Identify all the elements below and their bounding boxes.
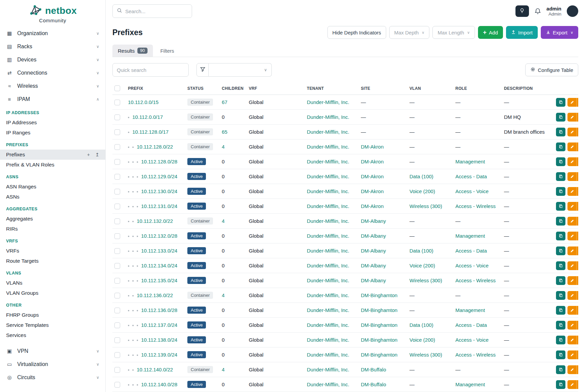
row-checkbox[interactable] xyxy=(114,100,120,105)
max-length-dropdown[interactable]: Max Length ∨ xyxy=(432,26,475,39)
copy-button[interactable] xyxy=(556,128,565,136)
vlan-link[interactable]: Wireless (300) xyxy=(409,203,442,209)
row-checkbox[interactable] xyxy=(114,204,120,209)
sidebar-item-vrfs[interactable]: VRFs xyxy=(0,246,105,256)
sidebar-item-service-templates[interactable]: Service Templates xyxy=(0,320,105,330)
tenant-link[interactable]: Dunder-Mifflin, Inc. xyxy=(307,218,349,224)
tenant-link[interactable]: Dunder-Mifflin, Inc. xyxy=(307,307,349,313)
col-vrf[interactable]: VRF xyxy=(246,82,304,95)
edit-button[interactable] xyxy=(567,350,577,359)
prefix-link[interactable]: 10.112.128.0/17 xyxy=(132,129,168,135)
tenant-link[interactable]: Dunder-Mifflin, Inc. xyxy=(307,352,349,358)
hide-depth-indicators-button[interactable]: Hide Depth Indicators xyxy=(327,26,386,39)
edit-button[interactable] xyxy=(567,276,577,285)
copy-button[interactable] xyxy=(556,202,565,211)
children-count-link[interactable]: 65 xyxy=(222,129,228,135)
copy-button[interactable] xyxy=(556,336,565,344)
copy-button[interactable] xyxy=(556,246,565,255)
edit-dropdown-button[interactable] xyxy=(577,187,578,196)
vlan-link[interactable]: Voice (200) xyxy=(409,337,435,343)
site-link[interactable]: DM-Albany xyxy=(361,218,386,224)
sidebar-item-vlan-groups[interactable]: VLAN Groups xyxy=(0,288,105,298)
sidebar-item-route-targets[interactable]: Route Targets xyxy=(0,256,105,266)
prefix-link[interactable]: 10.112.140.0/22 xyxy=(137,367,173,372)
prefix-link[interactable]: 10.112.138.0/24 xyxy=(141,337,177,343)
select-all-checkbox[interactable] xyxy=(114,85,120,91)
col-children[interactable]: CHILDREN xyxy=(219,82,246,95)
copy-button[interactable] xyxy=(556,113,565,122)
prefix-link[interactable]: 10.112.134.0/24 xyxy=(141,263,177,268)
edit-dropdown-button[interactable] xyxy=(577,232,578,240)
edit-button[interactable] xyxy=(567,172,577,181)
children-count-link[interactable]: 4 xyxy=(222,367,224,372)
tenant-link[interactable]: Dunder-Mifflin, Inc. xyxy=(307,292,349,298)
edit-button[interactable] xyxy=(567,291,577,300)
sidebar-item-services[interactable]: Services xyxy=(0,330,105,340)
role-link[interactable]: Access - Voice xyxy=(455,263,488,268)
edit-button[interactable] xyxy=(567,232,577,240)
site-link[interactable]: DM-Akron xyxy=(361,159,384,164)
vlan-link[interactable]: Voice (200) xyxy=(409,263,435,268)
sidebar-item-ip-addresses[interactable]: IP Addresses xyxy=(0,117,105,128)
site-link[interactable]: DM-Albany xyxy=(361,263,386,268)
edit-dropdown-button[interactable] xyxy=(577,276,578,285)
prefix-link[interactable]: 10.112.137.0/24 xyxy=(141,322,177,328)
edit-button[interactable] xyxy=(567,113,577,122)
edit-button[interactable] xyxy=(567,142,577,151)
tenant-link[interactable]: Dunder-Mifflin, Inc. xyxy=(307,203,349,209)
edit-button[interactable] xyxy=(567,321,577,330)
sidebar-group-racks[interactable]: ▤Racks∨ xyxy=(0,40,105,53)
tenant-link[interactable]: Dunder-Mifflin, Inc. xyxy=(307,233,349,239)
vlan-link[interactable]: Wireless (300) xyxy=(409,352,442,358)
edit-button[interactable] xyxy=(567,187,577,196)
col-prefix[interactable]: PREFIX xyxy=(125,82,185,95)
prefix-link[interactable]: 10.112.128.0/22 xyxy=(137,144,173,150)
row-checkbox[interactable] xyxy=(114,114,120,120)
children-count-link[interactable]: 4 xyxy=(222,292,224,298)
sidebar-item-ip-ranges[interactable]: IP Ranges xyxy=(0,128,105,138)
site-link[interactable]: DM-Albany xyxy=(361,248,386,254)
vlan-link[interactable]: Data (100) xyxy=(409,174,433,179)
role-link[interactable]: Access - Voice xyxy=(455,188,488,194)
edit-dropdown-button[interactable] xyxy=(577,128,578,136)
prefix-link[interactable]: 10.112.130.0/24 xyxy=(141,188,177,194)
vlan-link[interactable]: Data (100) xyxy=(409,248,433,254)
edit-dropdown-button[interactable] xyxy=(577,246,578,255)
edit-dropdown-button[interactable] xyxy=(577,202,578,211)
avatar[interactable] xyxy=(567,5,578,17)
edit-dropdown-button[interactable] xyxy=(577,306,578,315)
site-link[interactable]: DM-Albany xyxy=(361,233,386,239)
site-link[interactable]: DM-Binghamton xyxy=(361,307,397,313)
site-link[interactable]: DM-Akron xyxy=(361,203,384,209)
site-link[interactable]: DM-Albany xyxy=(361,278,386,283)
tenant-link[interactable]: Dunder-Mifflin, Inc. xyxy=(307,337,349,343)
copy-button[interactable] xyxy=(556,187,565,196)
sidebar-group-virtualization[interactable]: ▭Virtualization∨ xyxy=(0,358,105,371)
row-checkbox[interactable] xyxy=(114,367,120,373)
quick-search-input[interactable] xyxy=(117,67,184,73)
edit-button[interactable] xyxy=(567,217,577,226)
configure-table-button[interactable]: Configure Table xyxy=(525,63,578,76)
site-link[interactable]: DM-Binghamton xyxy=(361,337,397,343)
copy-button[interactable] xyxy=(556,350,565,359)
sidebar-group-vpn[interactable]: ▣VPN∨ xyxy=(0,344,105,358)
role-link[interactable]: Access - Voice xyxy=(455,337,488,343)
site-link[interactable]: DM-Binghamton xyxy=(361,322,397,328)
copy-button[interactable] xyxy=(556,306,565,315)
quick-add-icon[interactable]: + xyxy=(87,152,90,157)
edit-button[interactable] xyxy=(567,202,577,211)
brand[interactable]: netbox Community xyxy=(0,4,105,23)
copy-button[interactable] xyxy=(556,98,565,107)
edit-dropdown-button[interactable] xyxy=(577,291,578,300)
site-link[interactable]: DM-Binghamton xyxy=(361,292,397,298)
edit-button[interactable] xyxy=(567,365,577,374)
row-checkbox[interactable] xyxy=(114,129,120,135)
edit-button[interactable] xyxy=(567,380,577,389)
sidebar-group-wireless[interactable]: ≈Wireless∨ xyxy=(0,79,105,93)
row-checkbox[interactable] xyxy=(114,174,120,180)
row-checkbox[interactable] xyxy=(114,337,120,343)
tenant-link[interactable]: Dunder-Mifflin, Inc. xyxy=(307,114,349,120)
sidebar-item-rirs[interactable]: RIRs xyxy=(0,224,105,234)
col-description[interactable]: DESCRIPTION xyxy=(501,82,553,95)
role-link[interactable]: Access - Data xyxy=(455,248,487,254)
